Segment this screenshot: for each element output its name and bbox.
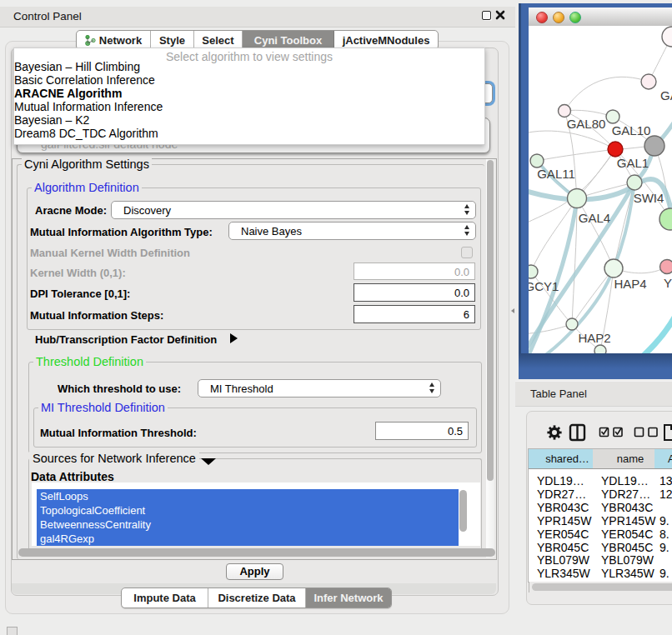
svg-text:HAP4: HAP4 <box>614 277 646 291</box>
svg-text:Y: Y <box>664 276 672 290</box>
svg-text:GCY1: GCY1 <box>529 279 559 293</box>
svg-text:GAL10: GAL10 <box>612 123 651 138</box>
svg-text:GAL11: GAL11 <box>537 167 575 181</box>
svg-text:HAP2: HAP2 <box>578 331 610 345</box>
svg-text:SWI4: SWI4 <box>634 191 664 205</box>
svg-text:GAL80: GAL80 <box>567 117 606 131</box>
svg-text:GAL7: GAL7 <box>660 88 672 102</box>
svg-text:GAL1: GAL1 <box>617 156 649 170</box>
svg-text:GAL4: GAL4 <box>579 211 610 225</box>
